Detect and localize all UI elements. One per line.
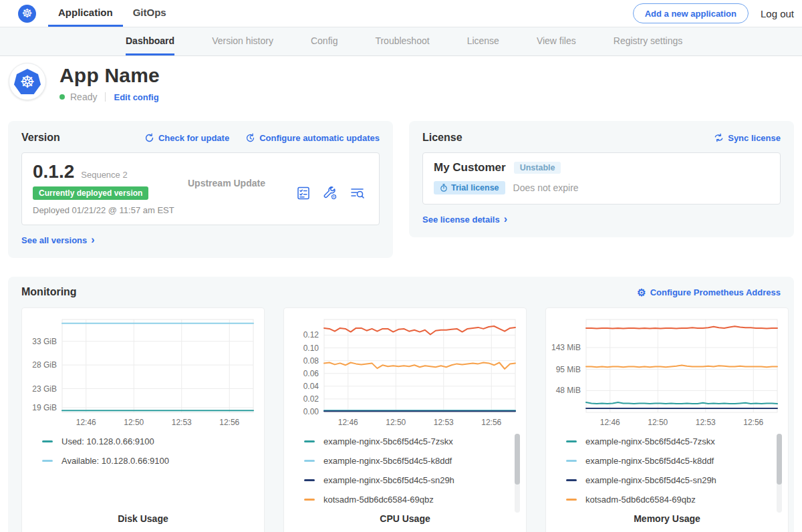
legend-label: example-nginx-5bc6f5d4c5-k8ddf — [323, 456, 452, 466]
chart-card-disk-usage: 12:4612:5012:5312:5619 GiB23 GiB28 GiB33… — [21, 307, 265, 532]
channel-badge: Unstable — [514, 162, 561, 174]
chevron-right-icon: › — [91, 235, 94, 245]
version-source-label: Upstream Update — [188, 178, 296, 215]
see-license-details-link[interactable]: See license details › — [422, 215, 507, 225]
legend-swatch-icon — [566, 440, 577, 442]
legend-item: example-nginx-5bc6f5d4c5-k8ddf — [304, 455, 521, 466]
legend-label: Used: 10.128.0.66:9100 — [61, 436, 154, 446]
app-header: ☸ App Name Ready Edit config — [0, 56, 802, 113]
chart-card-cpu-usage: 12:4612:5012:5312:560.000.020.040.060.08… — [283, 307, 527, 532]
scrollbar-thumb[interactable] — [777, 434, 782, 485]
legend-swatch-icon — [42, 460, 53, 462]
svg-text:12:56: 12:56 — [481, 418, 501, 427]
chart-legend: example-nginx-5bc6f5d4c5-7zskxexample-ng… — [304, 436, 521, 513]
svg-text:0.12: 0.12 — [303, 330, 319, 340]
svg-text:0.08: 0.08 — [303, 356, 319, 366]
app-meta: App Name Ready Edit config — [59, 63, 160, 113]
tab-registry-settings[interactable]: Registry settings — [614, 27, 682, 55]
refresh-icon — [144, 133, 154, 143]
version-number: 0.1.2 — [33, 161, 74, 182]
scheduled-update-icon — [245, 133, 255, 143]
tab-troubleshoot[interactable]: Troubleshoot — [375, 27, 429, 55]
chart-legend: Used: 10.128.0.66:9100Available: 10.128.… — [42, 436, 259, 475]
check-for-update-link[interactable]: Check for update — [144, 133, 229, 143]
tab-view-files[interactable]: View files — [537, 27, 576, 55]
divider — [105, 92, 106, 102]
chart-legend: example-nginx-5bc6f5d4c5-7zskxexample-ng… — [566, 436, 783, 513]
svg-text:33 GiB: 33 GiB — [32, 337, 57, 346]
license-type-label: Trial license — [451, 183, 499, 192]
license-heading: License — [422, 132, 462, 144]
deploy-logs-icon[interactable] — [350, 186, 366, 201]
kubernetes-app-icon: ☸ — [14, 69, 41, 94]
customer-name: My Customer — [434, 161, 506, 174]
svg-text:0.04: 0.04 — [303, 382, 319, 391]
current-version-box: 0.1.2 Sequence 2 Currently deployed vers… — [21, 152, 380, 225]
status-dot-icon — [59, 94, 65, 100]
topnav-item-application[interactable]: Application — [48, 0, 123, 27]
chart-plot: 12:4612:5012:5312:560.000.020.040.060.08… — [289, 315, 521, 430]
edit-config-link[interactable]: Edit config — [114, 92, 158, 102]
legend-swatch-icon — [304, 460, 315, 462]
svg-text:0.02: 0.02 — [303, 394, 319, 404]
legend-swatch-icon — [566, 499, 577, 501]
tab-version-history[interactable]: Version history — [212, 27, 273, 55]
legend-label: kotsadm-5db6dc6584-69qbz — [585, 495, 696, 505]
legend-label: example-nginx-5bc6f5d4c5-7zskx — [585, 436, 715, 446]
legend-item: example-nginx-5bc6f5d4c5-k8ddf — [566, 455, 783, 466]
monitoring-header: Monitoring ⚙ Configure Prometheus Addres… — [21, 286, 781, 298]
top-navbar: ☸ ApplicationGitOps Add a new applicatio… — [0, 0, 802, 27]
license-panel-header: License Sync license — [422, 132, 781, 144]
svg-text:23 GiB: 23 GiB — [32, 384, 57, 394]
see-all-versions-link[interactable]: See all versions › — [21, 235, 95, 246]
legend-label: example-nginx-5bc6f5d4c5-sn29h — [585, 475, 716, 485]
configure-automatic-updates-label: Configure automatic updates — [259, 133, 380, 143]
legend-scrollbar[interactable] — [515, 434, 520, 513]
stopwatch-icon — [440, 184, 448, 192]
configure-automatic-updates-link[interactable]: Configure automatic updates — [245, 133, 380, 143]
svg-text:12:46: 12:46 — [76, 418, 96, 427]
svg-text:48 MiB: 48 MiB — [556, 386, 581, 395]
legend-item: example-nginx-5bc6f5d4c5-7zskx — [304, 436, 521, 446]
tab-dashboard[interactable]: Dashboard — [126, 27, 174, 55]
configure-prometheus-label: Configure Prometheus Address — [650, 287, 781, 297]
legend-label: example-nginx-5bc6f5d4c5-sn29h — [323, 475, 454, 485]
legend-scrollbar[interactable] — [777, 434, 782, 513]
version-panel: Version Check for updateConfigure automa… — [8, 121, 393, 258]
license-expiry: Does not expire — [513, 182, 579, 193]
tab-config[interactable]: Config — [311, 27, 338, 55]
monitoring-panel: Monitoring ⚙ Configure Prometheus Addres… — [8, 277, 794, 532]
version-heading: Version — [21, 132, 60, 144]
svg-text:95 MiB: 95 MiB — [556, 365, 581, 374]
chart-card-memory-usage: 12:4612:5012:5312:5648 MiB95 MiB143 MiBe… — [545, 307, 789, 532]
sync-license-link[interactable]: Sync license — [714, 133, 781, 143]
version-actions: Check for updateConfigure automatic upda… — [144, 133, 380, 143]
version-info: 0.1.2 Sequence 2 Currently deployed vers… — [33, 161, 188, 215]
logout-link[interactable]: Log out — [761, 8, 794, 19]
svg-text:12:53: 12:53 — [172, 418, 192, 427]
chart-title: CPU Usage — [289, 513, 521, 528]
gear-icon: ⚙ — [637, 287, 646, 297]
svg-text:12:53: 12:53 — [696, 418, 716, 427]
preflight-checks-icon[interactable] — [296, 186, 311, 201]
svg-text:12:56: 12:56 — [743, 418, 763, 427]
legend-swatch-icon — [42, 440, 53, 442]
tab-license[interactable]: License — [467, 27, 499, 55]
add-new-application-button[interactable]: Add a new application — [633, 3, 749, 23]
legend-swatch-icon — [304, 479, 315, 481]
legend-item: kotsadm-5db6dc6584-69qbz — [304, 494, 521, 505]
svg-text:143 MiB: 143 MiB — [551, 343, 581, 352]
config-wrench-icon[interactable] — [322, 186, 338, 201]
legend-item: Available: 10.128.0.66:9100 — [42, 455, 259, 466]
license-box: My Customer Unstable Trial license Does … — [422, 152, 781, 205]
legend-item: example-nginx-5bc6f5d4c5-sn29h — [304, 475, 521, 485]
sync-license-label: Sync license — [728, 133, 781, 143]
svg-text:12:46: 12:46 — [600, 418, 620, 427]
page-title: App Name — [59, 64, 160, 87]
configure-prometheus-link[interactable]: ⚙ Configure Prometheus Address — [637, 287, 781, 297]
scrollbar-thumb[interactable] — [515, 434, 520, 485]
see-license-details-label: See license details — [422, 215, 500, 225]
svg-text:12:46: 12:46 — [338, 418, 358, 427]
license-type-badge: Trial license — [434, 181, 505, 194]
topnav-item-gitops[interactable]: GitOps — [123, 0, 176, 27]
